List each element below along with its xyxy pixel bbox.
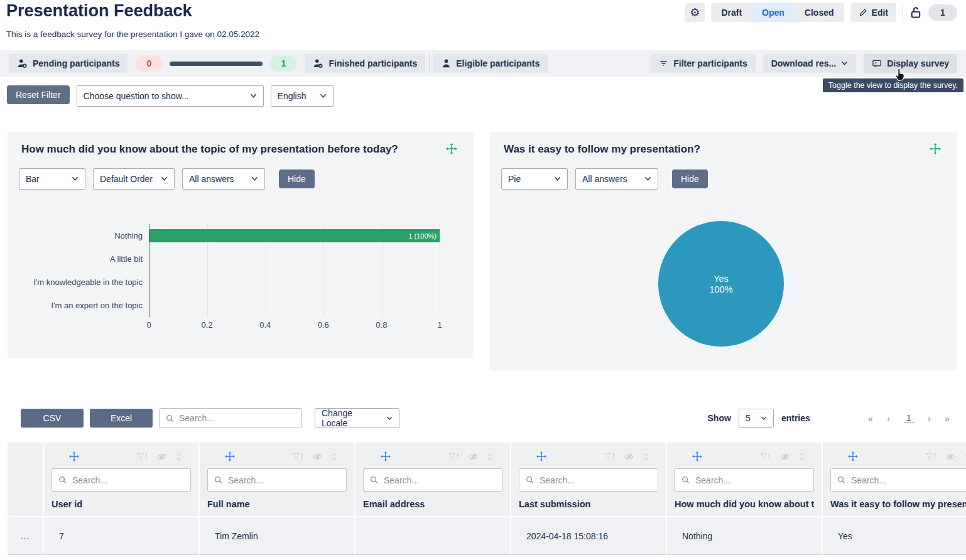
column-move-icon[interactable] (69, 451, 79, 461)
hide-button[interactable]: Hide (672, 170, 708, 188)
eligible-participants-button[interactable]: Eligible participants (433, 54, 548, 73)
clear-filter-icon[interactable] (136, 452, 148, 461)
reset-filter-button[interactable]: Reset Filter (7, 85, 70, 104)
column-move-icon[interactable] (381, 451, 391, 461)
filter-participants-button[interactable]: Filter participants (651, 54, 755, 73)
chevron-down-icon (761, 416, 767, 421)
column-search (52, 468, 191, 492)
sort-icon[interactable] (798, 452, 805, 461)
last-page-button[interactable]: » (945, 413, 950, 424)
chevron-down-icon (161, 176, 168, 181)
cell-full-name: Tim Zemlin (200, 516, 355, 555)
column-title: User id (52, 499, 191, 509)
status-open-button[interactable]: Open (752, 3, 795, 22)
excel-export-button[interactable]: Excel (90, 409, 153, 428)
move-icon[interactable] (930, 143, 941, 154)
first-page-button[interactable]: « (868, 413, 873, 424)
search-icon (681, 476, 690, 484)
chart-type-select[interactable]: Pie (501, 168, 568, 190)
chart-controls: Pie All answers Hide (501, 168, 708, 190)
change-locale-select[interactable]: Change Locale (315, 408, 399, 428)
status-closed-button[interactable]: Closed (795, 3, 844, 22)
divider (903, 3, 903, 22)
eye-slash-icon[interactable] (468, 452, 479, 461)
column-move-icon[interactable] (225, 451, 235, 461)
eye-slash-icon[interactable] (156, 452, 167, 461)
clear-filter-icon[interactable] (292, 452, 304, 461)
move-icon[interactable] (446, 143, 457, 154)
eye-slash-icon[interactable] (779, 452, 790, 461)
column-search-input[interactable] (851, 475, 966, 485)
pencil-icon (859, 8, 867, 17)
download-responses-button[interactable]: Download res... (763, 54, 856, 73)
next-page-button[interactable]: › (928, 413, 931, 424)
column-search-input[interactable] (384, 475, 496, 485)
chevron-down-icon (644, 176, 651, 181)
clear-filter-icon[interactable] (604, 452, 616, 461)
column-search-input[interactable] (695, 475, 807, 485)
column-title: Email address (363, 499, 502, 509)
header-cell-email: Email address (355, 443, 511, 516)
answers-select[interactable]: All answers (182, 168, 265, 190)
hide-button[interactable]: Hide (279, 170, 315, 188)
table-search (159, 408, 302, 428)
display-survey-icon (872, 59, 882, 68)
column-search-input[interactable] (72, 475, 184, 485)
person-check-icon (313, 58, 323, 68)
finished-participants-button[interactable]: Finished participants (305, 54, 425, 73)
chevron-down-icon (72, 176, 79, 181)
column-search (830, 468, 966, 492)
clear-filter-icon[interactable] (448, 452, 460, 461)
column-search-input[interactable] (540, 475, 651, 485)
order-select[interactable]: Default Order (93, 168, 175, 190)
table-toolbar: CSV Excel Change Locale Show 5 entries «… (8, 407, 958, 429)
column-move-icon[interactable] (536, 451, 546, 461)
column-search (363, 468, 502, 492)
header-cell-question-1: How much did you know about the topic of… (667, 443, 823, 516)
clear-filter-icon[interactable] (925, 452, 937, 461)
column-move-icon[interactable] (692, 451, 702, 461)
cell-question-1: Nothing (667, 516, 823, 555)
page-title: Presentation Feedback (6, 1, 192, 21)
column-move-icon[interactable] (848, 451, 858, 461)
pie-chart-panel: Was it easy to follow my presentation? P… (490, 132, 957, 370)
status-draft-button[interactable]: Draft (711, 3, 752, 22)
cell-email (355, 516, 511, 555)
chevron-down-icon (251, 176, 258, 181)
csv-export-button[interactable]: CSV (21, 409, 84, 428)
chevron-down-icon (250, 94, 257, 99)
sort-icon[interactable] (643, 452, 649, 461)
participants-progress (170, 62, 263, 66)
settings-button[interactable]: ⚙ (685, 3, 705, 22)
table-search-input[interactable] (179, 413, 286, 423)
row-menu-button[interactable]: ... (8, 516, 44, 555)
column-search (207, 468, 347, 492)
eye-slash-icon[interactable] (312, 452, 323, 461)
edit-button[interactable]: Edit (850, 3, 896, 22)
question-select[interactable]: Choose question to show... (77, 85, 264, 107)
clear-filter-icon[interactable] (759, 452, 771, 461)
language-select[interactable]: English (271, 85, 334, 107)
display-survey-button[interactable]: Display survey (864, 54, 957, 73)
table-row: ... 7 Tim Zemlin 2024-04-18 15:08:16 Not… (8, 516, 966, 555)
person-icon (442, 58, 451, 68)
eye-slash-icon[interactable] (624, 452, 634, 461)
cell-last-submission: 2024-04-18 15:08:16 (511, 516, 667, 555)
responses-count-badge[interactable]: 1 (928, 4, 957, 21)
prev-page-button[interactable]: ‹ (887, 413, 890, 424)
answers-select[interactable]: All answers (575, 168, 658, 190)
sort-icon[interactable] (331, 452, 338, 461)
sort-icon[interactable] (175, 452, 182, 461)
search-icon (526, 476, 534, 484)
page-size-select[interactable]: 5 (739, 409, 774, 428)
header-cell-user-id: User id (44, 443, 200, 516)
eye-slash-icon[interactable] (945, 452, 956, 461)
bar-plot-area: 1 (100%) (149, 224, 440, 317)
chart-type-select[interactable]: Bar (19, 168, 85, 190)
current-page[interactable]: 1 (904, 413, 914, 423)
sort-icon[interactable] (487, 452, 494, 461)
bar-category-labels: Nothing A little bit I'm knowledgeable i… (8, 224, 143, 317)
column-search-input[interactable] (228, 475, 340, 485)
header-actions: ⚙ Draft Open Closed Edit 1 (685, 3, 957, 23)
pending-participants-button[interactable]: Pending participants (9, 54, 128, 73)
